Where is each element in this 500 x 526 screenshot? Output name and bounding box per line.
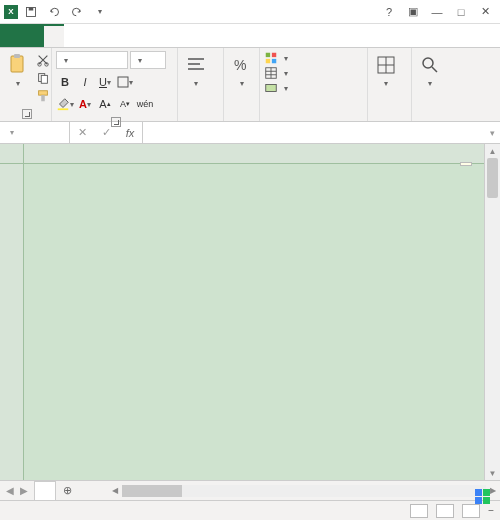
redo-button[interactable] [67,2,87,22]
scroll-up-arrow[interactable]: ▲ [485,144,500,158]
scroll-left-arrow[interactable]: ◀ [112,486,118,495]
insert-function-button[interactable]: fx [118,122,142,143]
alignment-button[interactable]: ▾ [182,51,210,90]
editing-button[interactable]: ▾ [416,51,444,90]
sheet-tab-active[interactable] [34,481,56,500]
undo-icon [48,6,60,18]
number-button[interactable]: % ▾ [228,51,256,90]
svg-rect-19 [272,59,276,63]
cells-button[interactable]: ▾ [372,51,400,90]
cut-button[interactable] [34,51,52,69]
row-headers [0,144,24,480]
tab-data[interactable] [124,24,144,47]
decrease-font-button[interactable]: A▾ [116,95,134,113]
page-layout-view-button[interactable] [436,504,454,518]
chevron-down-icon: ▾ [428,79,432,88]
conditional-format-icon [264,51,278,65]
italic-button[interactable]: I [76,73,94,91]
svg-rect-17 [272,53,276,57]
font-name-select[interactable]: ▾ [56,51,128,69]
svg-rect-7 [41,75,47,83]
cancel-formula-button[interactable]: ✕ [70,122,94,143]
save-button[interactable] [21,2,41,22]
cell-styles-button[interactable]: ▾ [264,81,288,95]
tab-view[interactable] [164,24,184,47]
phonetic-button[interactable]: wén [136,95,154,113]
select-all-corner[interactable] [0,144,23,164]
name-box[interactable]: ▾ [0,122,70,143]
sheet-nav-next[interactable]: ▶ [20,485,28,496]
maximize-button[interactable]: □ [450,2,472,22]
bold-button[interactable]: B [56,73,74,91]
svg-rect-18 [266,59,270,63]
sheet-nav-prev[interactable]: ◀ [6,485,14,496]
window-controls: ? ▣ — □ ✕ [378,2,500,22]
close-button[interactable]: ✕ [474,2,496,22]
svg-rect-11 [58,108,69,110]
undo-button[interactable] [44,2,64,22]
zoom-out-button[interactable]: − [488,505,494,516]
formula-input[interactable] [143,122,484,143]
scroll-right-arrow[interactable]: ▶ [490,486,496,495]
conditional-format-button[interactable]: ▾ [264,51,288,65]
find-icon [418,53,442,77]
normal-view-button[interactable] [410,504,428,518]
font-launcher[interactable] [111,117,121,127]
vertical-scrollbar[interactable]: ▲ ▼ [484,144,500,480]
chevron-down-icon: ▾ [194,79,198,88]
zoom-control[interactable]: − [488,505,494,516]
minimize-button[interactable]: — [426,2,448,22]
formula-bar-expand[interactable]: ▾ [484,122,500,143]
scroll-down-arrow[interactable]: ▼ [485,466,500,480]
copy-button[interactable] [34,69,52,87]
horizontal-scroll-track[interactable] [122,485,486,497]
table-format-icon [264,66,278,80]
border-button[interactable]: ▾ [116,73,134,91]
chevron-down-icon: ▾ [240,79,244,88]
group-font: ▾ ▾ B I U▾ ▾ ▾ A▾ A▴ A▾ wén [52,48,178,121]
group-cells: ▾ [368,48,412,121]
vertical-scroll-thumb[interactable] [487,158,498,198]
format-as-table-button[interactable]: ▾ [264,66,288,80]
format-painter-button[interactable] [34,87,52,105]
svg-rect-24 [266,85,277,92]
border-icon [117,76,129,88]
tab-formulas[interactable] [104,24,124,47]
tab-home[interactable] [44,24,64,47]
svg-rect-2 [11,56,23,72]
tab-page-layout[interactable] [84,24,104,47]
fill-color-button[interactable]: ▾ [56,95,74,113]
svg-rect-10 [118,77,128,87]
cells-area[interactable] [24,164,484,480]
paste-button[interactable]: ▾ [4,51,32,90]
tab-file[interactable] [0,24,44,47]
increase-font-button[interactable]: A▴ [96,95,114,113]
formula-bar: ▾ ✕ ✓ fx ▾ [0,122,500,144]
add-sheet-button[interactable]: ⊕ [56,481,78,500]
group-alignment: ▾ [178,48,224,121]
ribbon-tabs [0,24,500,48]
copy-icon [36,71,50,85]
horizontal-scrollbar[interactable]: ◀ ▶ [108,481,500,500]
group-styles: ▾ ▾ ▾ [260,48,368,121]
tab-insert[interactable] [64,24,84,47]
group-clipboard: ▾ [0,48,52,121]
excel-logo-icon: X [4,5,18,19]
svg-line-29 [432,67,437,72]
fx-icon: fx [126,127,135,139]
underline-button[interactable]: U▾ [96,73,114,91]
qat-customize[interactable]: ▾ [90,2,110,22]
help-button[interactable]: ? [378,2,400,22]
svg-rect-16 [266,53,270,57]
clipboard-launcher[interactable] [22,109,32,119]
ribbon-display-button[interactable]: ▣ [402,2,424,22]
horizontal-scroll-thumb[interactable] [122,485,182,497]
font-size-select[interactable]: ▾ [130,51,166,69]
svg-rect-1 [29,7,34,10]
group-editing: ▾ [412,48,448,121]
tab-review[interactable] [144,24,164,47]
user-name[interactable] [494,24,500,47]
page-break-view-button[interactable] [462,504,480,518]
font-color-button[interactable]: A▾ [76,95,94,113]
svg-rect-9 [41,95,45,101]
